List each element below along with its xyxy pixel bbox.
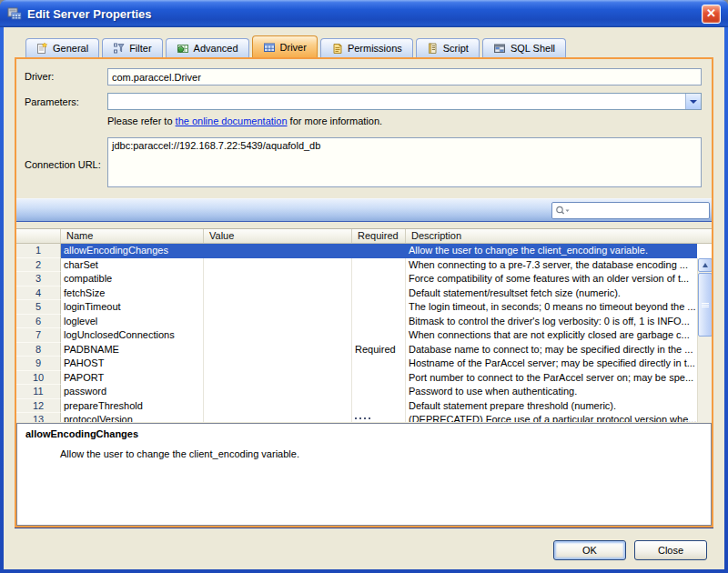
cell-name: PAHOST: [61, 357, 204, 371]
table-row[interactable]: 9 PAHOST Hostname of the ParAccel server…: [16, 357, 712, 371]
cell-description: Default statement/resultset fetch size (…: [406, 286, 697, 301]
cell-value: [204, 371, 352, 386]
scrollbar-thumb[interactable]: [698, 273, 712, 337]
cell-name: PADBNAME: [61, 343, 204, 357]
tab-label: Driver: [280, 42, 307, 53]
header-gutter: [16, 229, 61, 243]
driver-input[interactable]: [107, 68, 702, 85]
cell-required: [352, 371, 406, 386]
tab-filter[interactable]: Filter: [102, 38, 162, 57]
cell-description: Force compatibility of some features wit…: [406, 272, 697, 286]
note-suffix: for more information.: [288, 116, 383, 126]
header-description[interactable]: Description: [406, 229, 712, 243]
parameters-combobox: [107, 93, 702, 110]
connection-url-textarea[interactable]: jdbc:paraccel://192.168.7.22:5439/aquafo…: [107, 137, 702, 187]
splitter-handle[interactable]: [355, 417, 370, 419]
cell-name: fetchSize: [61, 286, 204, 301]
table-row[interactable]: 2 charSet When connecting to a pre-7.3 s…: [16, 258, 712, 273]
tab-script[interactable]: Script: [416, 38, 480, 57]
note-prefix: Please refer to: [107, 116, 176, 126]
driver-table-icon: [263, 41, 276, 54]
header-name[interactable]: Name: [61, 229, 204, 243]
cell-value: [204, 399, 352, 414]
parameters-label: Parameters:: [25, 96, 79, 107]
close-button[interactable]: Close: [634, 540, 707, 560]
cell-value: [204, 258, 352, 273]
close-window-button[interactable]: ✕: [702, 5, 721, 24]
row-number: 5: [16, 300, 61, 315]
tab-advanced[interactable]: Advanced: [166, 38, 249, 57]
cell-required: [352, 258, 406, 273]
parameters-input[interactable]: [108, 94, 685, 109]
detail-title: allowEncodingChanges: [25, 428, 138, 439]
tab-label: General: [53, 43, 88, 54]
table-toolbar: [16, 198, 712, 222]
table-row[interactable]: 1 allowEncodingChanges Allow the user to…: [16, 244, 712, 258]
table-row[interactable]: 12 prepareThreshold Default statement pr…: [16, 399, 712, 414]
online-documentation-link[interactable]: the online documentation: [176, 116, 288, 126]
table-row[interactable]: 4 fetchSize Default statement/resultset …: [16, 286, 712, 301]
permissions-icon: [331, 42, 343, 55]
parameters-dropdown-button[interactable]: [685, 94, 701, 109]
cell-description: (DEPRECATED) Force use of a particular p…: [406, 413, 697, 422]
detail-description: Allow the user to change the client_enco…: [60, 448, 299, 459]
cell-value: [204, 244, 352, 258]
cell-name: password: [61, 385, 204, 399]
titlebar: Edit Server Properties ✕: [0, 0, 728, 27]
table-row[interactable]: 7 logUnclosedConnections When connection…: [16, 328, 712, 343]
row-number: 7: [16, 328, 61, 343]
ok-button[interactable]: OK: [553, 540, 626, 560]
tab-label: Filter: [129, 43, 151, 54]
table-row[interactable]: 3 compatible Force compatibility of some…: [16, 272, 712, 286]
cell-value: [204, 272, 352, 286]
cell-description: The login timeout, in seconds; 0 means n…: [406, 300, 697, 315]
cell-value: [204, 343, 352, 357]
thumb-grip: [702, 303, 709, 304]
server-properties-icon: [7, 6, 22, 21]
thumb-grip: [702, 305, 709, 306]
connection-url-label: Connection URL:: [25, 159, 101, 170]
row-number: 4: [16, 286, 61, 301]
table-row[interactable]: 10 PAPORT Port number to connect to the …: [16, 371, 712, 386]
header-value[interactable]: Value: [204, 229, 352, 243]
cell-required: [352, 315, 406, 329]
cell-required: [352, 272, 406, 286]
property-detail-pane: allowEncodingChanges Allow the user to c…: [16, 423, 712, 526]
row-number: 9: [16, 357, 61, 371]
table-row[interactable]: 6 loglevel Bitmask to control the driver…: [16, 315, 712, 329]
cell-value: [204, 385, 352, 399]
cell-required: [352, 286, 406, 301]
tab-label: Script: [443, 43, 469, 54]
cell-required: [352, 385, 406, 399]
sql-shell-icon: [493, 42, 506, 55]
cell-value: [204, 286, 352, 301]
tab-general[interactable]: General: [25, 38, 99, 57]
header-required[interactable]: Required: [352, 229, 406, 243]
scroll-up-button[interactable]: [698, 258, 712, 272]
tab-label: SQL Shell: [511, 43, 555, 54]
tab-permissions[interactable]: Permissions: [320, 38, 413, 57]
cell-description: When connections that are not explicitly…: [406, 328, 697, 343]
tab-sql-shell[interactable]: SQL Shell: [482, 38, 566, 57]
table-row[interactable]: 8 PADBNAME Required Database name to con…: [16, 343, 712, 357]
table-row[interactable]: 11 password Password to use when authent…: [16, 385, 712, 399]
tab-label: Advanced: [194, 43, 238, 54]
cell-name: loginTimeout: [61, 300, 204, 315]
cell-name: charSet: [61, 258, 204, 273]
tab-driver[interactable]: Driver: [252, 35, 318, 57]
cell-required: Required: [352, 343, 406, 357]
cell-required: [352, 357, 406, 371]
search-input[interactable]: [572, 205, 706, 217]
driver-label: Driver:: [25, 71, 54, 82]
cell-value: [204, 357, 352, 371]
vertical-scrollbar[interactable]: [697, 258, 712, 422]
thumb-grip: [702, 307, 709, 307]
cell-name: loglevel: [61, 315, 204, 329]
cell-required: [352, 300, 406, 315]
table-row[interactable]: 5 loginTimeout The login timeout, in sec…: [16, 300, 712, 315]
arrow-up-icon: [703, 263, 708, 267]
cell-name: prepareThreshold: [61, 399, 204, 414]
search-icon[interactable]: [555, 205, 571, 216]
cell-required: [352, 244, 406, 258]
cell-description: Bitmask to control the driver's log verb…: [406, 315, 697, 329]
